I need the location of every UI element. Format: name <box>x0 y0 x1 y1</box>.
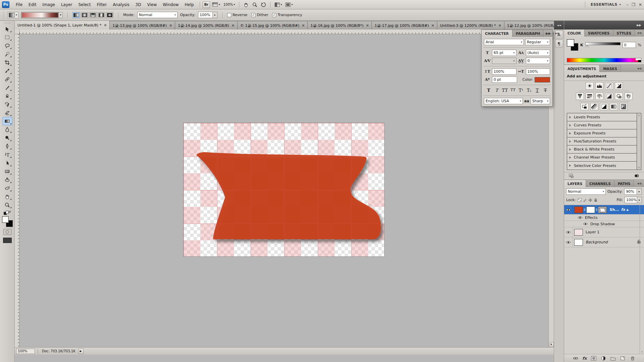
invert-icon[interactable] <box>581 103 589 110</box>
new-layer-icon[interactable] <box>620 356 626 361</box>
tab-close-icon[interactable]: ✕ <box>232 23 235 28</box>
dodge-tool[interactable] <box>2 134 12 142</box>
layer-thumbnail[interactable] <box>574 229 583 236</box>
document-tab-0[interactable]: Untitled-1 @ 100% (Shape 1, Layer Mask/8… <box>15 21 110 29</box>
tab-close-icon[interactable]: ✕ <box>431 23 434 28</box>
shape-tool[interactable] <box>2 167 12 176</box>
quick-mask-button[interactable] <box>3 229 11 235</box>
layer-visibility-toggle[interactable] <box>582 221 589 227</box>
strip-header[interactable]: ◄◄ <box>554 21 564 29</box>
gradient-editor-preview[interactable] <box>21 12 59 18</box>
lasso-tool[interactable] <box>2 42 12 50</box>
screen-mode-button[interactable]: ▾ <box>284 1 294 8</box>
menu-item-view[interactable]: View <box>144 1 159 8</box>
layer-style-icon[interactable]: fx <box>583 356 587 361</box>
selective-color-icon[interactable] <box>620 103 628 110</box>
collapse-effects-icon[interactable]: ▲ <box>627 208 629 211</box>
preset-item-2[interactable]: Exposure Presets <box>567 129 637 137</box>
color-tab-swatches[interactable]: SWATCHES <box>585 29 613 37</box>
checkbox-box[interactable] <box>227 13 231 17</box>
panel-menu-icon[interactable]: ▾≡ <box>553 32 561 35</box>
gradient-type-diamond[interactable] <box>106 12 113 18</box>
vertical-scale-input[interactable]: 100% <box>492 68 516 75</box>
gradient-type-angle[interactable] <box>89 12 97 18</box>
curves-icon[interactable] <box>605 82 613 89</box>
gradient-tool[interactable] <box>2 117 12 125</box>
menu-item-analysis[interactable]: Analysis <box>110 1 132 8</box>
layer-visibility-toggle[interactable] <box>564 205 573 214</box>
zoom-tool[interactable] <box>2 201 12 209</box>
superscript-button[interactable]: T¹ <box>518 88 525 93</box>
clone-stamp-tool[interactable] <box>2 92 12 100</box>
layer-row-sh-[interactable]: 88Sh...fx▲ <box>564 205 644 215</box>
menu-item-select[interactable]: Select <box>75 1 94 8</box>
dock-header[interactable]: ▶▶ <box>564 21 644 29</box>
view-extras-button[interactable]: ▾ <box>211 1 221 8</box>
layer-row-drop-shadow[interactable]: Drop Shadow <box>564 221 644 227</box>
photo-filter-icon[interactable] <box>615 93 623 100</box>
document-tab-4[interactable]: 1글-16.jpg @ 100% (RGB/8*)✕ <box>308 21 372 29</box>
marquee-tool[interactable] <box>2 33 12 42</box>
menu-item-image[interactable]: Image <box>39 1 58 8</box>
k-value-input[interactable]: 0 <box>623 42 636 48</box>
foreground-color-swatch[interactable] <box>2 216 9 223</box>
type-tool[interactable]: T <box>2 150 12 159</box>
adjustments-tab-masks[interactable]: MASKS <box>600 65 621 72</box>
preset-item-5[interactable]: Channel Mixer Presets <box>567 154 637 162</box>
document-tab-5[interactable]: 1글-17.jpg @ 100% (RGB/8#)✕ <box>372 21 437 29</box>
checkbox-reverse[interactable]: Reverse <box>227 13 247 17</box>
layer-color-thumbnail[interactable] <box>574 206 583 213</box>
new-adjustment-layer-icon[interactable] <box>601 356 606 361</box>
launch-bridge-button[interactable]: Br <box>203 1 210 8</box>
hand-tool-button[interactable] <box>242 1 250 8</box>
foreground-color-swatch[interactable] <box>567 39 574 47</box>
k-slider-track[interactable] <box>585 42 621 45</box>
preset-item-6[interactable]: Selective Color Presets <box>567 162 637 170</box>
preset-item-1[interactable]: Curves Presets <box>567 121 637 129</box>
panel-collapse-icon[interactable]: ▶▶ <box>544 32 553 35</box>
lock-transparency-icon[interactable] <box>578 198 582 202</box>
small-caps-button[interactable]: TT <box>509 88 516 93</box>
font-style-select[interactable]: Regular▾ <box>525 39 550 45</box>
layers-scrollbar[interactable]: ∧∨ <box>640 205 644 354</box>
close-button[interactable]: ✕ <box>639 2 642 7</box>
k-slider[interactable] <box>585 42 621 48</box>
scroll-down-icon[interactable]: ∨ <box>641 350 643 353</box>
lock-pixels-icon[interactable] <box>583 198 587 202</box>
paragraph-panel-icon[interactable]: ¶ <box>555 40 563 48</box>
panel-menu-icon[interactable]: ▾≡ <box>636 31 644 35</box>
vector-mask-thumbnail[interactable] <box>598 206 607 213</box>
tab-close-icon[interactable]: ✕ <box>498 23 501 28</box>
anti-alias-select[interactable]: Sharp▾ <box>531 98 550 104</box>
adjustments-tab-adjustments[interactable]: ADJUSTMENTS <box>564 65 600 72</box>
zoom-level-dropdown[interactable]: 100%▾ <box>222 1 237 8</box>
leading-select[interactable]: (Auto)▾ <box>526 50 550 56</box>
posterize-icon[interactable] <box>590 103 598 110</box>
exposure-icon[interactable]: +– <box>615 82 623 89</box>
rotate-3d-tool[interactable] <box>2 176 12 184</box>
color-tab-styles[interactable]: STYLES <box>613 29 635 37</box>
eraser-tool[interactable] <box>2 109 12 117</box>
minimize-button[interactable]: – <box>626 2 628 7</box>
pen-tool[interactable] <box>2 142 12 150</box>
preset-item-3[interactable]: Hue/Saturation Presets <box>567 137 637 145</box>
clip-to-layer-icon[interactable] <box>634 174 639 178</box>
layers-tab-channels[interactable]: CHANNELS <box>586 180 614 187</box>
blur-tool[interactable] <box>2 125 12 134</box>
lock-all-icon[interactable] <box>594 198 598 202</box>
baseline-shift-input[interactable]: 0 pt <box>492 76 517 83</box>
new-group-icon[interactable] <box>610 356 616 361</box>
scroll-up-icon[interactable]: ∧ <box>638 114 640 117</box>
rotate-view-button[interactable] <box>259 1 267 8</box>
gradient-map-icon[interactable] <box>610 103 618 110</box>
menu-item-filter[interactable]: Filter <box>94 1 110 8</box>
strikethrough-button[interactable]: T <box>542 88 549 93</box>
hand-tool[interactable] <box>2 192 12 201</box>
status-options-button[interactable]: ▶ <box>78 349 84 354</box>
link-layers-icon[interactable] <box>573 356 578 361</box>
layer-row-layer-1[interactable]: Layer 1 <box>564 227 644 237</box>
workspace-switcher[interactable]: ESSENTIALS▾ <box>591 2 621 7</box>
document-tab-2[interactable]: 1글-14.jpg @ 100% (RGB/8)✕ <box>175 21 238 29</box>
opacity-input[interactable]: 100% <box>198 12 213 18</box>
scroll-down-icon[interactable]: ▼ <box>549 342 554 347</box>
